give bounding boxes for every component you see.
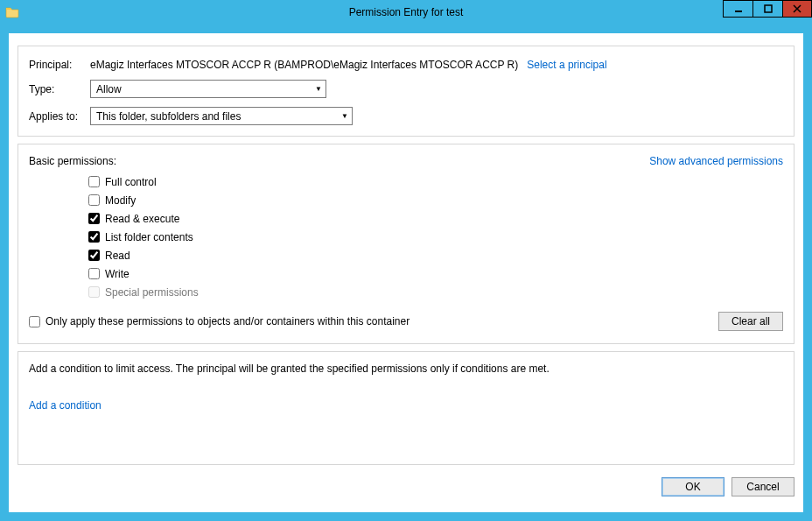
permission-checkbox[interactable]	[88, 250, 100, 261]
condition-text: Add a condition to limit access. The pri…	[29, 363, 783, 375]
permission-label: Read & execute	[105, 213, 179, 225]
condition-panel: Add a condition to limit access. The pri…	[18, 351, 794, 465]
ok-button[interactable]: OK	[662, 477, 724, 496]
permission-checkbox[interactable]	[88, 194, 100, 206]
type-select-value: Allow	[96, 83, 122, 95]
select-principal-link[interactable]: Select a principal	[527, 59, 606, 71]
permission-checkbox	[88, 286, 100, 298]
show-advanced-link[interactable]: Show advanced permissions	[649, 155, 783, 167]
close-button[interactable]	[782, 0, 812, 18]
principal-panel: Principal: eMagiz Interfaces MTOSCOR ACC…	[18, 46, 794, 137]
title-bar: Permission Entry for test	[0, 0, 812, 25]
applies-label: Applies to:	[29, 110, 90, 123]
only-apply-checkbox[interactable]	[29, 316, 40, 327]
type-select[interactable]: Allow ▼	[90, 80, 326, 98]
permission-item: Special permissions	[88, 283, 783, 301]
permission-item[interactable]: List folder contents	[88, 228, 783, 246]
add-condition-link[interactable]: Add a condition	[29, 399, 102, 412]
permission-label: Modify	[105, 194, 136, 207]
client-area: Principal: eMagiz Interfaces MTOSCOR ACC…	[9, 33, 803, 512]
window-frame: Permission Entry for test Principal: eMa…	[0, 0, 812, 521]
permission-label: List folder contents	[105, 231, 193, 243]
clear-all-button[interactable]: Clear all	[718, 312, 783, 331]
permissions-list: Full controlModifyRead & executeList fol…	[88, 172, 783, 301]
type-label: Type:	[29, 83, 90, 95]
permission-label: Special permissions	[105, 286, 199, 299]
permission-item[interactable]: Modify	[88, 191, 783, 209]
permission-item[interactable]: Read	[88, 246, 783, 264]
only-apply-checkbox-label[interactable]: Only apply these permissions to objects …	[29, 315, 410, 327]
window-controls	[723, 0, 812, 18]
applies-row: Applies to: This folder, subfolders and …	[29, 107, 783, 125]
client-wrap: Principal: eMagiz Interfaces MTOSCOR ACC…	[0, 25, 812, 521]
window-title: Permission Entry for test	[0, 6, 812, 18]
permissions-panel: Basic permissions: Show advanced permiss…	[18, 144, 794, 344]
permission-item[interactable]: Read & execute	[88, 209, 783, 228]
permission-checkbox[interactable]	[88, 213, 100, 224]
permission-label: Full control	[105, 176, 157, 188]
maximize-button[interactable]	[752, 0, 782, 18]
folder-icon	[5, 5, 19, 19]
cancel-button[interactable]: Cancel	[732, 477, 794, 496]
permission-checkbox[interactable]	[88, 268, 100, 279]
only-apply-row: Only apply these permissions to objects …	[29, 312, 783, 331]
permission-label: Write	[105, 268, 130, 280]
permission-checkbox[interactable]	[88, 176, 100, 187]
only-apply-text: Only apply these permissions to objects …	[46, 315, 410, 327]
basic-permissions-label: Basic permissions:	[29, 155, 116, 167]
type-row: Type: Allow ▼	[29, 80, 783, 98]
svg-rect-1	[765, 5, 772, 12]
minimize-button[interactable]	[723, 0, 752, 18]
principal-label: Principal:	[29, 59, 90, 71]
chevron-down-icon: ▼	[341, 112, 348, 120]
applies-select-value: This folder, subfolders and files	[96, 110, 241, 123]
permission-item[interactable]: Full control	[88, 172, 783, 191]
permission-item[interactable]: Write	[88, 264, 783, 283]
dialog-footer: OK Cancel	[18, 472, 794, 496]
permission-checkbox[interactable]	[88, 231, 100, 243]
applies-select[interactable]: This folder, subfolders and files ▼	[90, 107, 353, 125]
svg-rect-0	[735, 11, 742, 12]
permission-label: Read	[105, 250, 130, 262]
principal-row: Principal: eMagiz Interfaces MTOSCOR ACC…	[29, 59, 783, 71]
chevron-down-icon: ▼	[315, 85, 322, 93]
principal-value: eMagiz Interfaces MTOSCOR ACCP R (BAMPRO…	[90, 59, 518, 71]
permissions-header-row: Basic permissions: Show advanced permiss…	[29, 155, 783, 167]
